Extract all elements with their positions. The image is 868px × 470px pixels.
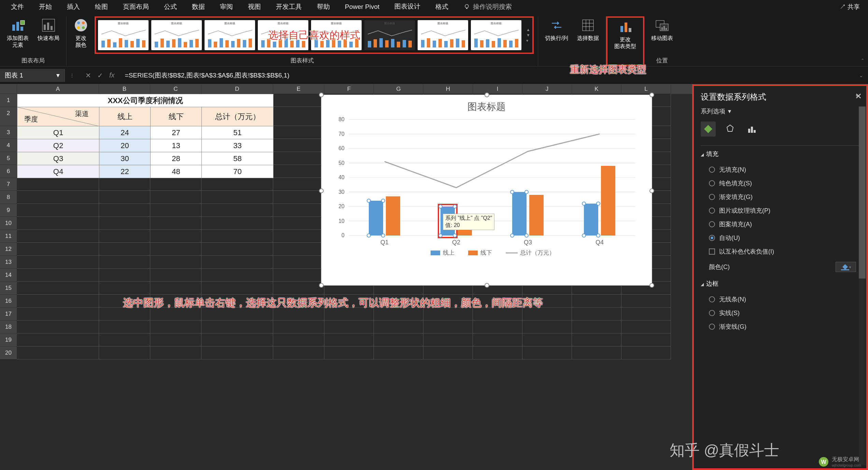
cell[interactable] bbox=[99, 256, 150, 269]
worksheet[interactable]: ABCDEFGHIJKL 123456789101112131415161718… bbox=[0, 84, 692, 470]
cell[interactable] bbox=[17, 321, 99, 333]
cell[interactable] bbox=[17, 256, 99, 269]
cell[interactable] bbox=[621, 333, 671, 346]
series-options-tab-icon[interactable] bbox=[744, 122, 759, 137]
cell[interactable] bbox=[150, 178, 201, 191]
menu-开始[interactable]: 开始 bbox=[31, 0, 59, 15]
cell[interactable] bbox=[99, 217, 150, 230]
fill-line-tab-icon[interactable] bbox=[701, 122, 716, 137]
chart-style-thumb[interactable]: 图表标题 bbox=[98, 20, 149, 50]
row-header[interactable]: 12 bbox=[0, 243, 17, 256]
cell[interactable] bbox=[99, 321, 150, 333]
fx-icon[interactable]: fx bbox=[109, 71, 115, 79]
col-header[interactable]: F bbox=[324, 84, 374, 94]
cell[interactable] bbox=[17, 308, 99, 321]
pane-scrollbar[interactable] bbox=[859, 106, 866, 465]
fill-section-header[interactable]: 填充 bbox=[701, 150, 863, 158]
cell[interactable] bbox=[273, 139, 324, 152]
col-header[interactable]: K bbox=[572, 84, 621, 94]
cell[interactable] bbox=[17, 282, 99, 295]
col-header[interactable]: J bbox=[522, 84, 572, 94]
cell[interactable] bbox=[17, 269, 99, 282]
menu-插入[interactable]: 插入 bbox=[59, 0, 87, 15]
cell[interactable] bbox=[423, 321, 473, 333]
fill-option[interactable]: 纯色填充(S) bbox=[701, 176, 863, 190]
border-option[interactable]: 实线(S) bbox=[701, 306, 863, 320]
cell[interactable] bbox=[150, 269, 201, 282]
row-header[interactable]: 10 bbox=[0, 217, 17, 230]
cell[interactable] bbox=[150, 243, 201, 256]
cell[interactable] bbox=[150, 217, 201, 230]
menu-图表设计[interactable]: 图表设计 bbox=[387, 0, 428, 15]
cell[interactable] bbox=[273, 152, 324, 165]
cell[interactable] bbox=[621, 321, 671, 333]
cell[interactable] bbox=[17, 178, 99, 191]
cell[interactable] bbox=[273, 243, 324, 256]
cell[interactable] bbox=[273, 346, 324, 359]
cell[interactable] bbox=[273, 94, 324, 107]
row-header[interactable]: 17 bbox=[0, 308, 17, 321]
cell[interactable] bbox=[473, 346, 522, 359]
cell[interactable] bbox=[273, 282, 324, 295]
menu-数据[interactable]: 数据 bbox=[184, 0, 212, 15]
cell[interactable] bbox=[201, 178, 273, 191]
row-header[interactable]: 11 bbox=[0, 230, 17, 243]
menu-页面布局[interactable]: 页面布局 bbox=[115, 0, 156, 15]
quick-layout-button[interactable]: 快速布局 bbox=[35, 16, 62, 43]
cell[interactable] bbox=[572, 321, 621, 333]
menu-格式[interactable]: 格式 bbox=[428, 0, 456, 15]
cell[interactable] bbox=[150, 256, 201, 269]
cell[interactable] bbox=[99, 333, 150, 346]
cell[interactable] bbox=[99, 178, 150, 191]
cell[interactable] bbox=[201, 191, 273, 204]
ribbon-collapse-icon[interactable]: ˄ bbox=[862, 58, 864, 63]
cell[interactable] bbox=[150, 204, 201, 217]
series-options-dropdown[interactable]: 系列选项 ▾ bbox=[701, 107, 731, 115]
bar-online[interactable] bbox=[512, 192, 527, 236]
menu-视图[interactable]: 视图 bbox=[240, 0, 268, 15]
menu-文件[interactable]: 文件 bbox=[3, 0, 31, 15]
cell[interactable] bbox=[99, 230, 150, 243]
row-header[interactable]: 4 bbox=[0, 139, 17, 152]
cell[interactable] bbox=[17, 346, 99, 359]
share-button[interactable]: ↗ 共享 bbox=[835, 1, 865, 13]
cell[interactable] bbox=[273, 204, 324, 217]
cell[interactable] bbox=[201, 269, 273, 282]
menu-审阅[interactable]: 审阅 bbox=[212, 0, 240, 15]
cell[interactable] bbox=[201, 333, 273, 346]
col-header[interactable]: G bbox=[374, 84, 423, 94]
cell[interactable] bbox=[324, 346, 374, 359]
menu-绘图[interactable]: 绘图 bbox=[87, 0, 115, 15]
cell[interactable] bbox=[273, 321, 324, 333]
cell[interactable] bbox=[374, 321, 423, 333]
select-data-button[interactable]: 选择数据 bbox=[574, 16, 602, 43]
cell[interactable] bbox=[572, 346, 621, 359]
cell[interactable] bbox=[201, 321, 273, 333]
row-header[interactable]: 15 bbox=[0, 282, 17, 295]
tell-me-search[interactable]: 操作说明搜索 bbox=[456, 0, 519, 15]
cell[interactable] bbox=[201, 256, 273, 269]
col-header[interactable]: E bbox=[273, 84, 324, 94]
row-header[interactable]: 13 bbox=[0, 256, 17, 269]
menu-开发工具[interactable]: 开发工具 bbox=[268, 0, 309, 15]
cell[interactable] bbox=[99, 282, 150, 295]
gallery-more-icon[interactable]: ▾ bbox=[526, 38, 530, 43]
cell[interactable] bbox=[273, 230, 324, 243]
cell[interactable] bbox=[150, 321, 201, 333]
cell[interactable] bbox=[17, 191, 99, 204]
chart-style-thumb[interactable]: 图表标题 bbox=[151, 20, 202, 50]
cell[interactable] bbox=[273, 165, 324, 178]
row-header[interactable]: 14 bbox=[0, 269, 17, 282]
move-chart-button[interactable]: 移动图表 bbox=[648, 16, 676, 43]
cell[interactable] bbox=[273, 256, 324, 269]
cell[interactable] bbox=[522, 346, 572, 359]
cell[interactable] bbox=[374, 333, 423, 346]
cell[interactable] bbox=[201, 204, 273, 217]
invert-negative-checkbox[interactable]: 以互补色代表负值(I) bbox=[701, 245, 863, 258]
switch-row-col-button[interactable]: 切换行/列 bbox=[542, 16, 571, 43]
cell[interactable] bbox=[522, 321, 572, 333]
formula-input[interactable]: =SERIES(图表!$B$2,图表!$A$3:$A$6,图表!$B$3:$B$… bbox=[121, 71, 854, 80]
cell[interactable] bbox=[150, 230, 201, 243]
chart-title[interactable]: 图表标题 bbox=[321, 95, 652, 116]
cell[interactable] bbox=[17, 217, 99, 230]
